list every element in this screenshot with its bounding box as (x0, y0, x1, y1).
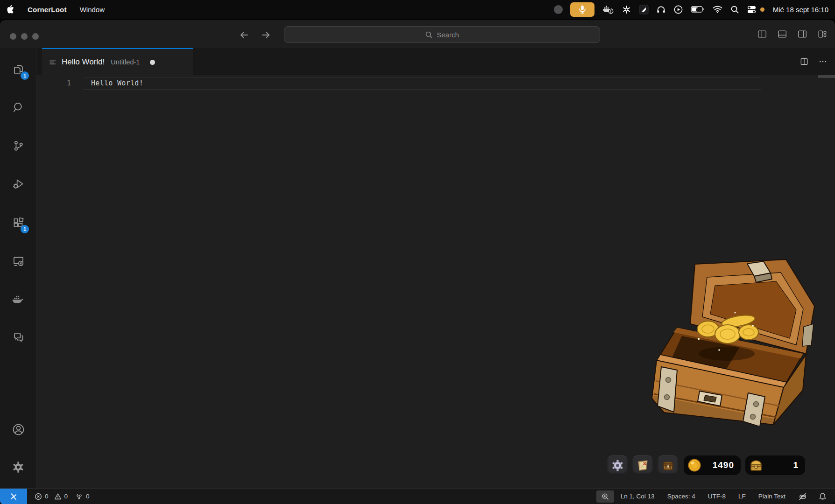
play-circle-icon[interactable] (673, 5, 683, 14)
account-icon (12, 423, 25, 436)
wifi-icon[interactable] (712, 5, 723, 14)
notifications-button[interactable] (819, 492, 827, 501)
treasure-map-icon (637, 459, 649, 472)
game-settings-button[interactable] (607, 455, 628, 475)
coin-icon (687, 458, 702, 473)
zoom-window-button[interactable] (32, 33, 39, 40)
warning-count: 0 (64, 493, 68, 500)
error-icon (35, 493, 42, 500)
close-window-button[interactable] (10, 33, 16, 40)
tab-hello-world[interactable]: Hello World! Untitled-1 (42, 48, 193, 75)
copilot-disabled-icon (798, 492, 807, 501)
remote-icon (9, 493, 18, 500)
cursor-position-button[interactable]: Ln 1, Col 13 (621, 493, 655, 500)
tab-bar: Hello World! Untitled-1 (36, 48, 835, 75)
chest-icon (749, 458, 764, 472)
run-debug-icon (12, 178, 25, 190)
source-control-icon (12, 140, 25, 152)
sidebar-item-docker[interactable] (7, 288, 29, 311)
extensions-badge: 1 (21, 225, 29, 233)
microphone-status-icon[interactable] (570, 2, 594, 17)
forward-arrow-button[interactable] (260, 29, 271, 41)
spotlight-search-icon[interactable] (730, 5, 739, 14)
menubar-app-name[interactable]: CornerLoot (28, 6, 67, 14)
tab-description: Untitled-1 (111, 58, 140, 66)
remote-indicator-button[interactable] (0, 489, 27, 504)
treasure-chest-3d[interactable] (648, 258, 819, 426)
sidebar-item-account[interactable] (7, 418, 29, 441)
error-count: 0 (45, 493, 49, 500)
chatgpt-icon[interactable] (622, 5, 631, 14)
search-placeholder: Search (437, 31, 459, 39)
satchel-icon (662, 459, 674, 472)
docker-status-icon[interactable] (602, 4, 614, 14)
sidebar-item-source-control[interactable] (7, 134, 29, 157)
tab-title: Hello World! (62, 57, 105, 67)
macos-menubar: CornerLoot Window (0, 0, 835, 19)
more-actions-icon[interactable] (818, 57, 828, 66)
zoom-in-icon (601, 493, 609, 500)
customize-layout-icon[interactable] (817, 29, 828, 39)
sidebar-item-run-debug[interactable] (7, 173, 29, 195)
zoom-status-button[interactable] (596, 490, 614, 503)
dark-app-icon[interactable] (639, 5, 649, 14)
menubar-clock[interactable]: Mié 18 sept 16:10 (773, 6, 828, 14)
sidebar-item-settings[interactable] (7, 456, 29, 478)
comments-icon (12, 331, 25, 343)
chest-counter: 1 (745, 455, 805, 475)
gear-icon (611, 459, 624, 472)
gear-icon (12, 461, 25, 474)
game-map-button[interactable] (632, 455, 653, 475)
line-text[interactable]: Hello World! (91, 77, 143, 90)
toggle-secondary-sidebar-icon[interactable] (797, 29, 807, 39)
battery-icon[interactable] (691, 5, 705, 14)
list-file-icon (49, 58, 57, 66)
apple-menu-icon[interactable] (7, 5, 14, 14)
search-icon (12, 101, 25, 114)
line-number: 1 (36, 77, 71, 90)
chest-count: 1 (793, 460, 799, 470)
sidebar-item-explorer[interactable]: 1 (7, 58, 29, 80)
titlebar: Search (0, 21, 835, 48)
headphones-icon[interactable] (656, 5, 666, 14)
ports-count: 0 (86, 493, 90, 500)
minimize-window-button[interactable] (21, 33, 28, 40)
indentation-button[interactable]: Spaces: 4 (667, 493, 695, 500)
bell-icon (819, 492, 827, 501)
docker-icon (12, 294, 25, 306)
command-center-search[interactable]: Search (284, 26, 600, 43)
ports-button[interactable]: 0 (75, 493, 90, 500)
problems-button[interactable]: 0 0 (35, 493, 68, 500)
coin-counter: 1490 (684, 455, 741, 475)
status-bar: 0 0 0 Ln 1, Col 13 Spaces: 4 UTF-8 L (0, 488, 835, 504)
sidebar-item-extensions[interactable]: 1 (7, 211, 29, 234)
toggle-panel-icon[interactable] (777, 29, 787, 39)
activity-bar: 1 1 (0, 48, 36, 488)
copilot-disabled-button[interactable] (798, 492, 807, 501)
sidebar-item-comments[interactable] (7, 326, 29, 348)
menubar-item-window[interactable]: Window (80, 6, 105, 14)
back-arrow-button[interactable] (239, 29, 250, 41)
scrollbar-slider[interactable] (818, 75, 835, 78)
explorer-badge: 1 (21, 71, 29, 80)
remote-explorer-icon (12, 255, 25, 268)
game-hud: 1490 1 (607, 455, 805, 475)
coin-count: 1490 (713, 460, 734, 470)
control-center-icon[interactable] (747, 5, 757, 14)
toggle-primary-sidebar-icon[interactable] (757, 29, 767, 39)
search-icon (425, 31, 433, 39)
sidebar-item-search[interactable] (7, 96, 29, 119)
unsaved-dot-icon[interactable] (150, 60, 155, 65)
game-inventory-button[interactable] (658, 455, 678, 475)
notification-dot-icon (760, 7, 764, 12)
current-line-highlight (83, 77, 761, 90)
encoding-button[interactable]: UTF-8 (708, 493, 726, 500)
sidebar-item-remote-explorer[interactable] (7, 250, 29, 273)
eol-button[interactable]: LF (738, 493, 746, 500)
broadcast-icon (75, 493, 83, 500)
split-editor-icon[interactable] (800, 57, 809, 66)
language-mode-button[interactable]: Plain Text (758, 493, 785, 500)
recording-indicator-icon[interactable] (554, 5, 563, 14)
warning-icon (54, 493, 62, 500)
